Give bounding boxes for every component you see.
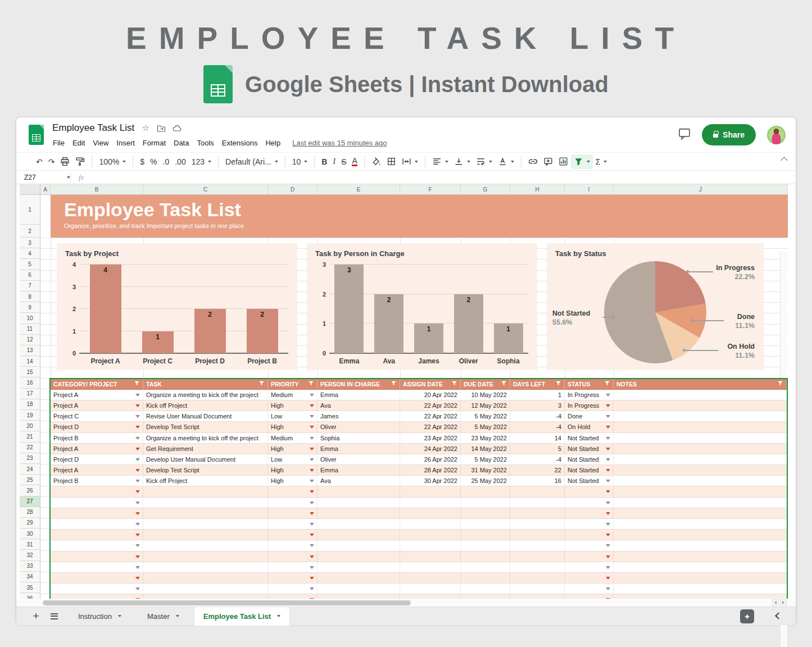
cell[interactable]: -4: [510, 411, 565, 422]
cell[interactable]: In Progress: [565, 390, 614, 400]
cell[interactable]: [400, 540, 461, 551]
cell[interactable]: [614, 519, 787, 530]
borders-icon[interactable]: [384, 154, 399, 169]
menu-view[interactable]: View: [89, 136, 112, 149]
cell[interactable]: Revise User Manual Document: [143, 411, 268, 422]
row-header-27[interactable]: 27: [20, 496, 40, 507]
column-header-J[interactable]: J: [614, 184, 788, 195]
row-header-30[interactable]: 30: [20, 528, 40, 539]
cell[interactable]: Project B: [51, 433, 143, 444]
insert-link-icon[interactable]: [525, 154, 541, 169]
cell[interactable]: Sophia: [317, 433, 400, 444]
redo[interactable]: ↷: [46, 154, 58, 169]
dropdown-arrow-icon[interactable]: [310, 490, 314, 493]
row-header-32[interactable]: 32: [20, 550, 40, 561]
dropdown-arrow-icon[interactable]: [606, 458, 610, 461]
cell[interactable]: [510, 573, 565, 584]
cell[interactable]: 23 Apr 2022: [400, 433, 461, 444]
cell[interactable]: [510, 508, 565, 519]
cell[interactable]: [400, 552, 461, 562]
row-header-23[interactable]: 23: [20, 453, 40, 464]
cell[interactable]: 20 Apr 2022: [400, 390, 461, 400]
cell[interactable]: [614, 454, 787, 465]
cell[interactable]: [51, 562, 143, 573]
cell[interactable]: [400, 530, 461, 540]
dropdown-arrow-icon[interactable]: [606, 512, 610, 515]
dropdown-arrow-icon[interactable]: [606, 490, 610, 493]
chart-task-by-status[interactable]: Task by StatusIn Progress22.2%Done11.1%O…: [547, 243, 764, 370]
row-header-6[interactable]: 6: [20, 270, 40, 281]
cell[interactable]: Oliver: [317, 454, 400, 465]
row-header-2[interactable]: 2: [20, 225, 40, 238]
menu-tools[interactable]: Tools: [193, 136, 217, 149]
dropdown-arrow-icon[interactable]: [606, 555, 610, 558]
row-header-10[interactable]: 10: [20, 313, 40, 324]
column-header-I[interactable]: I: [565, 184, 614, 195]
horizontal-align-icon[interactable]: [429, 154, 451, 169]
menu-file[interactable]: File: [49, 136, 69, 149]
cell[interactable]: [51, 498, 143, 508]
cell[interactable]: [510, 540, 565, 551]
cell[interactable]: High: [268, 422, 317, 432]
cell[interactable]: Not Started: [565, 444, 614, 454]
row-header-4[interactable]: 4: [20, 248, 40, 259]
cell[interactable]: Project D: [51, 422, 143, 432]
cell[interactable]: [510, 562, 565, 573]
row-header-31[interactable]: 31: [20, 539, 40, 550]
row-header-15[interactable]: 15: [20, 367, 40, 377]
dropdown-arrow-icon[interactable]: [310, 512, 314, 515]
cell[interactable]: [461, 508, 510, 519]
row-header-36[interactable]: 36: [20, 593, 40, 599]
cell[interactable]: [510, 498, 565, 508]
dropdown-arrow-icon[interactable]: [135, 448, 140, 450]
name-box[interactable]: Z27: [16, 174, 70, 181]
column-header-assign-date[interactable]: ASSIGN DATE: [400, 379, 461, 390]
menu-edit[interactable]: Edit: [69, 136, 89, 149]
column-header-category-project[interactable]: CATEGORY/ PROJECT: [51, 379, 143, 390]
dropdown-arrow-icon[interactable]: [310, 458, 314, 461]
cell[interactable]: [614, 573, 787, 584]
zoom-select[interactable]: 100%: [96, 154, 129, 169]
cell[interactable]: [51, 552, 143, 562]
cell[interactable]: 22: [510, 465, 565, 476]
last-edit-link[interactable]: Last edit was 15 minutes ago: [292, 139, 387, 147]
dropdown-arrow-icon[interactable]: [310, 394, 314, 397]
dropdown-arrow-icon[interactable]: [135, 404, 140, 407]
row-header-3[interactable]: 3: [20, 238, 40, 248]
dropdown-arrow-icon[interactable]: [310, 404, 314, 407]
cell[interactable]: [268, 508, 317, 519]
text-color[interactable]: A: [349, 154, 360, 169]
cell[interactable]: 5: [510, 444, 565, 454]
row-header-5[interactable]: 5: [20, 259, 40, 270]
cell[interactable]: [614, 433, 787, 444]
cell[interactable]: Project A: [51, 390, 143, 400]
chart-task-by-person[interactable]: Task by Person in Charge01233Emma2Ava1Ja…: [307, 243, 537, 370]
dropdown-arrow-icon[interactable]: [310, 544, 314, 547]
cell[interactable]: [461, 486, 510, 497]
filter-icon[interactable]: [134, 380, 140, 388]
cell[interactable]: 5 May 2022: [461, 422, 510, 432]
cell[interactable]: -4: [510, 454, 565, 465]
dropdown-arrow-icon[interactable]: [606, 502, 610, 504]
cell[interactable]: Organize a meeting to kick off the proje…: [143, 390, 268, 400]
dropdown-arrow-icon[interactable]: [135, 394, 140, 397]
dropdown-arrow-icon[interactable]: [135, 458, 140, 461]
cell[interactable]: [268, 486, 317, 497]
text-wrap-icon[interactable]: [473, 154, 495, 169]
row-header-7[interactable]: 7: [20, 281, 40, 291]
dropdown-arrow-icon[interactable]: [606, 577, 610, 580]
comment-history-icon[interactable]: [678, 127, 691, 142]
dropdown-arrow-icon[interactable]: [135, 426, 140, 429]
row-header-29[interactable]: 29: [20, 518, 40, 528]
cell[interactable]: [614, 486, 787, 497]
dropdown-arrow-icon[interactable]: [310, 534, 314, 536]
cell[interactable]: [510, 486, 565, 497]
dropdown-arrow-icon[interactable]: [310, 502, 314, 504]
vertical-align-icon[interactable]: [451, 154, 473, 169]
select-all-corner[interactable]: [20, 184, 40, 195]
bold[interactable]: B: [319, 154, 330, 169]
dropdown-arrow-icon[interactable]: [606, 544, 610, 547]
cell[interactable]: [614, 498, 787, 508]
cell[interactable]: [51, 594, 143, 599]
star-icon[interactable]: ☆: [141, 124, 150, 133]
